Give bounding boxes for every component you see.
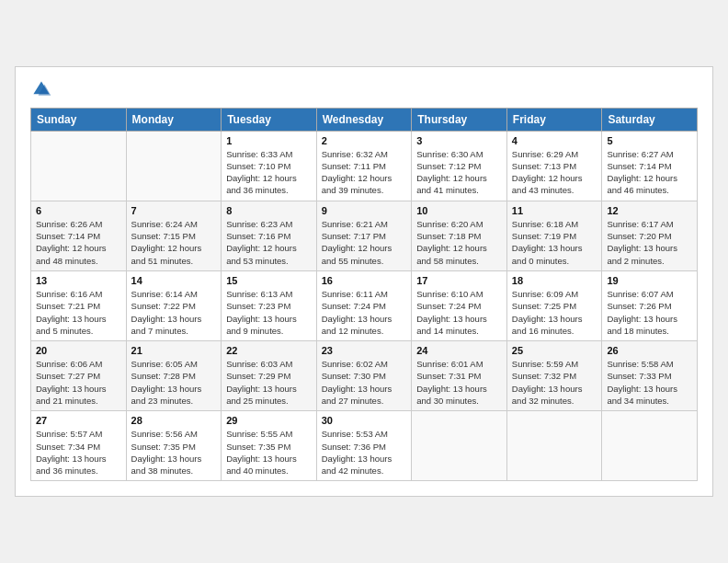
day-info: Sunrise: 5:57 AMSunset: 7:34 PMDaylight:… [36,428,121,477]
day-number: 3 [416,135,502,146]
calendar-cell: 20Sunrise: 6:06 AMSunset: 7:27 PMDayligh… [31,341,127,411]
day-number: 18 [512,275,597,286]
header-day: Saturday [602,108,698,131]
day-number: 22 [226,345,312,356]
day-number: 21 [131,345,217,356]
calendar-cell: 19Sunrise: 6:07 AMSunset: 7:26 PMDayligh… [602,270,698,340]
calendar-cell [126,131,222,201]
day-info: Sunrise: 6:14 AMSunset: 7:22 PMDaylight:… [131,288,217,337]
day-info: Sunrise: 6:27 AMSunset: 7:14 PMDaylight:… [607,148,692,197]
calendar-week-row: 20Sunrise: 6:06 AMSunset: 7:27 PMDayligh… [31,341,698,411]
calendar-cell: 29Sunrise: 5:55 AMSunset: 7:35 PMDayligh… [222,411,317,481]
day-number: 5 [607,135,692,146]
header-day: Monday [126,108,222,131]
day-info: Sunrise: 6:24 AMSunset: 7:15 PMDaylight:… [131,218,217,267]
day-info: Sunrise: 6:30 AMSunset: 7:12 PMDaylight:… [416,148,502,197]
calendar-cell [602,411,698,481]
day-number: 1 [226,135,312,146]
calendar-cell: 12Sunrise: 6:17 AMSunset: 7:20 PMDayligh… [602,201,698,270]
calendar-cell: 23Sunrise: 6:02 AMSunset: 7:30 PMDayligh… [316,341,412,411]
calendar-cell: 16Sunrise: 6:11 AMSunset: 7:24 PMDayligh… [316,270,412,340]
day-info: Sunrise: 5:59 AMSunset: 7:32 PMDaylight:… [512,358,597,407]
calendar-week-row: 13Sunrise: 6:16 AMSunset: 7:21 PMDayligh… [31,270,698,340]
day-number: 9 [322,205,407,216]
day-info: Sunrise: 6:06 AMSunset: 7:27 PMDaylight:… [36,358,121,407]
header-row: SundayMondayTuesdayWednesdayThursdayFrid… [31,108,698,131]
day-number: 10 [416,205,502,216]
header-day: Friday [506,108,602,131]
calendar-cell [31,131,127,201]
calendar-cell: 3Sunrise: 6:30 AMSunset: 7:12 PMDaylight… [412,131,507,201]
day-number: 20 [36,345,121,356]
day-number: 16 [322,275,407,286]
day-number: 25 [512,345,597,356]
day-info: Sunrise: 6:13 AMSunset: 7:23 PMDaylight:… [226,288,312,337]
header-day: Thursday [412,108,507,131]
day-info: Sunrise: 6:26 AMSunset: 7:14 PMDaylight:… [36,218,121,267]
calendar-week-row: 27Sunrise: 5:57 AMSunset: 7:34 PMDayligh… [31,411,698,481]
calendar-container: SundayMondayTuesdayWednesdayThursdayFrid… [15,66,713,498]
day-info: Sunrise: 6:16 AMSunset: 7:21 PMDaylight:… [36,288,121,337]
day-info: Sunrise: 6:20 AMSunset: 7:18 PMDaylight:… [416,218,502,267]
day-info: Sunrise: 6:09 AMSunset: 7:25 PMDaylight:… [512,288,597,337]
day-info: Sunrise: 6:17 AMSunset: 7:20 PMDaylight:… [607,218,692,267]
day-number: 15 [226,275,312,286]
day-number: 19 [607,275,692,286]
calendar-cell [506,411,602,481]
day-info: Sunrise: 6:33 AMSunset: 7:10 PMDaylight:… [226,148,312,197]
day-info: Sunrise: 6:21 AMSunset: 7:17 PMDaylight:… [322,218,407,267]
day-info: Sunrise: 5:56 AMSunset: 7:35 PMDaylight:… [131,428,217,477]
calendar-cell: 18Sunrise: 6:09 AMSunset: 7:25 PMDayligh… [506,270,602,340]
day-info: Sunrise: 6:29 AMSunset: 7:13 PMDaylight:… [512,148,597,197]
day-number: 6 [36,205,121,216]
header-day: Sunday [31,108,127,131]
day-info: Sunrise: 6:32 AMSunset: 7:11 PMDaylight:… [322,148,407,197]
calendar-table: SundayMondayTuesdayWednesdayThursdayFrid… [30,108,698,482]
calendar-cell [412,411,507,481]
calendar-cell: 14Sunrise: 6:14 AMSunset: 7:22 PMDayligh… [126,270,222,340]
header-day: Tuesday [222,108,317,131]
calendar-cell: 2Sunrise: 6:32 AMSunset: 7:11 PMDaylight… [316,131,412,201]
day-number: 8 [226,205,312,216]
calendar-cell: 25Sunrise: 5:59 AMSunset: 7:32 PMDayligh… [506,341,602,411]
day-number: 17 [416,275,502,286]
logo [30,78,56,100]
day-info: Sunrise: 6:18 AMSunset: 7:19 PMDaylight:… [512,218,597,267]
calendar-cell: 24Sunrise: 6:01 AMSunset: 7:31 PMDayligh… [412,341,507,411]
calendar-cell: 8Sunrise: 6:23 AMSunset: 7:16 PMDaylight… [222,201,317,270]
day-number: 30 [322,415,407,426]
day-info: Sunrise: 5:53 AMSunset: 7:36 PMDaylight:… [322,428,407,477]
calendar-cell: 17Sunrise: 6:10 AMSunset: 7:24 PMDayligh… [412,270,507,340]
day-info: Sunrise: 6:03 AMSunset: 7:29 PMDaylight:… [226,358,312,407]
calendar-week-row: 1Sunrise: 6:33 AMSunset: 7:10 PMDaylight… [31,131,698,201]
day-number: 23 [322,345,407,356]
calendar-cell: 9Sunrise: 6:21 AMSunset: 7:17 PMDaylight… [316,201,412,270]
calendar-cell: 5Sunrise: 6:27 AMSunset: 7:14 PMDaylight… [602,131,698,201]
calendar-cell: 26Sunrise: 5:58 AMSunset: 7:33 PMDayligh… [602,341,698,411]
day-info: Sunrise: 5:55 AMSunset: 7:35 PMDaylight:… [226,428,312,477]
day-info: Sunrise: 6:11 AMSunset: 7:24 PMDaylight:… [322,288,407,337]
calendar-cell: 28Sunrise: 5:56 AMSunset: 7:35 PMDayligh… [126,411,222,481]
day-info: Sunrise: 5:58 AMSunset: 7:33 PMDaylight:… [607,358,692,407]
calendar-cell: 6Sunrise: 6:26 AMSunset: 7:14 PMDaylight… [31,201,127,270]
day-info: Sunrise: 6:07 AMSunset: 7:26 PMDaylight:… [607,288,692,337]
calendar-cell: 1Sunrise: 6:33 AMSunset: 7:10 PMDaylight… [222,131,317,201]
day-number: 29 [226,415,312,426]
day-number: 26 [607,345,692,356]
calendar-cell: 13Sunrise: 6:16 AMSunset: 7:21 PMDayligh… [31,270,127,340]
day-number: 12 [607,205,692,216]
header [30,78,698,100]
day-info: Sunrise: 6:02 AMSunset: 7:30 PMDaylight:… [322,358,407,407]
calendar-cell: 30Sunrise: 5:53 AMSunset: 7:36 PMDayligh… [316,411,412,481]
header-day: Wednesday [316,108,412,131]
day-number: 28 [131,415,217,426]
day-number: 7 [131,205,217,216]
calendar-cell: 7Sunrise: 6:24 AMSunset: 7:15 PMDaylight… [126,201,222,270]
day-number: 24 [416,345,502,356]
day-number: 4 [512,135,597,146]
calendar-cell: 4Sunrise: 6:29 AMSunset: 7:13 PMDaylight… [506,131,602,201]
calendar-cell: 22Sunrise: 6:03 AMSunset: 7:29 PMDayligh… [222,341,317,411]
logo-icon [30,78,52,100]
day-info: Sunrise: 6:23 AMSunset: 7:16 PMDaylight:… [226,218,312,267]
calendar-cell: 11Sunrise: 6:18 AMSunset: 7:19 PMDayligh… [506,201,602,270]
